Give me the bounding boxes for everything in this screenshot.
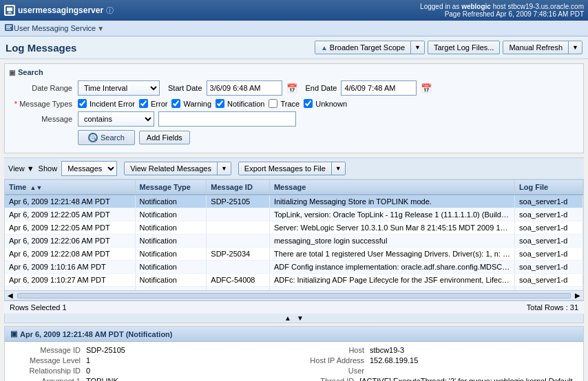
- detail-header: ▣ Apr 6, 2009 12:21:48 AM PDT (Notificat…: [5, 327, 583, 342]
- detail-body: Message IDSDP-25105Message Level1Relatio…: [5, 342, 583, 381]
- svg-rect-1: [7, 8, 12, 11]
- message-label: Message: [9, 115, 78, 123]
- info-icon[interactable]: ⓘ: [106, 6, 114, 16]
- type-trace[interactable]: Trace: [269, 99, 300, 108]
- left-scroll-arrow[interactable]: ◀: [5, 292, 16, 299]
- type-warning-checkbox[interactable]: [171, 99, 180, 108]
- broaden-scope-main[interactable]: ▲ Broaden Target Scope: [315, 41, 410, 54]
- svg-rect-7: [6, 29, 11, 30]
- detail-field-value: SDP-25105: [86, 346, 125, 354]
- export-messages-arrow[interactable]: ▼: [331, 162, 345, 175]
- cell-time: Apr 6, 2009 1:10:16 AM PDT: [5, 261, 135, 274]
- col-message-type[interactable]: Message Type: [135, 180, 207, 195]
- end-date-calendar-icon[interactable]: 📅: [421, 83, 432, 94]
- message-types-row: Message Types Incident Error Error Warni…: [9, 99, 579, 108]
- message-row: Message contains does not contain starts…: [9, 111, 579, 127]
- search-toggle[interactable]: ▣: [9, 69, 15, 76]
- cell-message: ADF Config instance implementation: orac…: [269, 261, 514, 274]
- col-message[interactable]: Message: [269, 180, 514, 195]
- view-related-messages-arrow[interactable]: ▼: [217, 162, 231, 175]
- detail-field-value: [ACTIVE].ExecuteThread: '2' for queue: w…: [359, 377, 578, 381]
- rows-selected-count: 1: [62, 303, 66, 312]
- cell-message-id: [207, 208, 270, 221]
- detail-field-label: Argument 1: [10, 377, 86, 381]
- table-header-row: Time ▲▼ Message Type Message ID Message …: [5, 180, 583, 195]
- detail-field-row: Hoststbcw19-3: [294, 346, 578, 354]
- view-related-messages-main[interactable]: View Related Messages: [125, 162, 217, 175]
- type-error-checkbox[interactable]: [139, 99, 148, 108]
- add-fields-button[interactable]: Add Fields: [139, 131, 190, 144]
- cell-log-file: soa_server1-d: [515, 208, 583, 221]
- detail-field-row: Message IDSDP-25105: [10, 346, 294, 354]
- page-title: Log Messages: [6, 42, 76, 54]
- col-log-file[interactable]: Log File: [515, 180, 583, 195]
- cell-time: Apr 6, 2009 12:21:48 AM PDT: [5, 195, 135, 208]
- type-trace-checkbox[interactable]: [269, 99, 277, 108]
- view-label: View ▼: [8, 164, 34, 173]
- date-range-controls: Time Interval Fixed Date Range Start Dat…: [78, 80, 432, 96]
- detail-toggle-icon[interactable]: ▣: [10, 329, 17, 338]
- sub-header-title[interactable]: User Messaging Service: [14, 24, 96, 32]
- type-incident-error[interactable]: Incident Error: [78, 99, 135, 108]
- table-row[interactable]: Apr 6, 2009 12:22:08 AM PDT Notification…: [5, 248, 583, 261]
- app-header: usermessagingserver ⓘ Logged in as weblo…: [0, 0, 588, 21]
- table-row[interactable]: Apr 6, 2009 12:22:05 AM PDT Notification…: [5, 221, 583, 235]
- vertical-scroll-up[interactable]: ▲: [284, 314, 291, 322]
- date-range-select[interactable]: Time Interval Fixed Date Range: [78, 80, 160, 96]
- table-row[interactable]: Apr 6, 2009 1:10:27 AM PDT Notification …: [5, 274, 583, 287]
- svg-rect-2: [8, 12, 11, 12]
- manual-refresh-button[interactable]: Manual Refresh ▼: [503, 41, 582, 54]
- cell-time: Apr 6, 2009 12:22:05 AM PDT: [5, 208, 135, 221]
- col-message-id[interactable]: Message ID: [207, 180, 270, 195]
- app-title-text: usermessagingserver: [18, 6, 103, 15]
- cell-log-file: soa_server1-d: [515, 235, 583, 248]
- detail-field-value: 1: [86, 356, 90, 364]
- search-action-buttons: 🔍 Search Add Fields: [78, 130, 190, 145]
- broaden-scope-arrow[interactable]: ▼: [410, 41, 424, 54]
- export-messages-main[interactable]: Export Messages to File: [239, 162, 331, 175]
- detail-field-label: Host IP Address: [294, 356, 370, 364]
- view-related-messages-button[interactable]: View Related Messages ▼: [124, 162, 231, 175]
- detail-field-label: Thread ID: [294, 377, 359, 381]
- table-scroll[interactable]: Time ▲▼ Message Type Message ID Message …: [5, 180, 583, 290]
- table-row[interactable]: Apr 6, 2009 12:21:48 AM PDT Notification…: [5, 195, 583, 208]
- message-text-input[interactable]: [158, 111, 296, 127]
- show-select[interactable]: Messages Incidents: [61, 161, 117, 176]
- right-scroll-arrow[interactable]: ▶: [572, 292, 583, 299]
- cell-message-id: [207, 261, 270, 274]
- message-controls: contains does not contain starts with: [78, 111, 296, 127]
- cell-message: Server: WebLogic Server 10.3.1.0 Sun Mar…: [269, 221, 514, 235]
- cell-log-file: soa_server1-d: [515, 261, 583, 274]
- message-contains-select[interactable]: contains does not contain starts with: [78, 111, 154, 127]
- type-warning[interactable]: Warning: [171, 99, 211, 108]
- search-button[interactable]: 🔍 Search: [78, 130, 135, 145]
- table-row[interactable]: Apr 6, 2009 12:22:05 AM PDT Notification…: [5, 208, 583, 221]
- broaden-scope-button[interactable]: ▲ Broaden Target Scope ▼: [315, 41, 425, 54]
- cell-message: ADFc: Configuration parameter adf-scone-…: [269, 287, 514, 291]
- start-date-calendar-icon[interactable]: 📅: [286, 83, 297, 94]
- table-row[interactable]: Apr 6, 2009 1:10:16 AM PDT Notification …: [5, 261, 583, 274]
- cell-message-id: SDP-25105: [207, 195, 270, 208]
- cell-message-type: Notification: [135, 274, 207, 287]
- table-row[interactable]: Apr 6, 2009 12:22:06 AM PDT Notification…: [5, 235, 583, 248]
- type-error[interactable]: Error: [139, 99, 167, 108]
- detail-field-label: Relationship ID: [10, 367, 86, 375]
- cell-message-type: Notification: [135, 208, 207, 221]
- end-date-input[interactable]: [341, 80, 417, 96]
- sub-header-dropdown-arrow[interactable]: ▼: [97, 25, 104, 32]
- vertical-scroll-down[interactable]: ▼: [297, 314, 304, 322]
- type-notification-checkbox[interactable]: [216, 99, 224, 108]
- export-messages-button[interactable]: Export Messages to File ▼: [238, 162, 346, 175]
- cell-message-id: [207, 221, 270, 235]
- type-unknown[interactable]: Unknown: [304, 99, 347, 108]
- col-time[interactable]: Time ▲▼: [5, 180, 135, 195]
- type-notification[interactable]: Notification: [216, 99, 264, 108]
- manual-refresh-main[interactable]: Manual Refresh: [503, 41, 568, 54]
- manual-refresh-arrow[interactable]: ▼: [568, 41, 582, 54]
- target-log-files-button[interactable]: Target Log Files...: [428, 41, 500, 54]
- detail-field-row: Host IP Address152.68.199.15: [294, 356, 578, 364]
- detail-field-label: Message ID: [10, 346, 86, 354]
- type-unknown-checkbox[interactable]: [304, 99, 313, 108]
- type-incident-error-checkbox[interactable]: [78, 99, 87, 108]
- start-date-input[interactable]: [207, 80, 282, 96]
